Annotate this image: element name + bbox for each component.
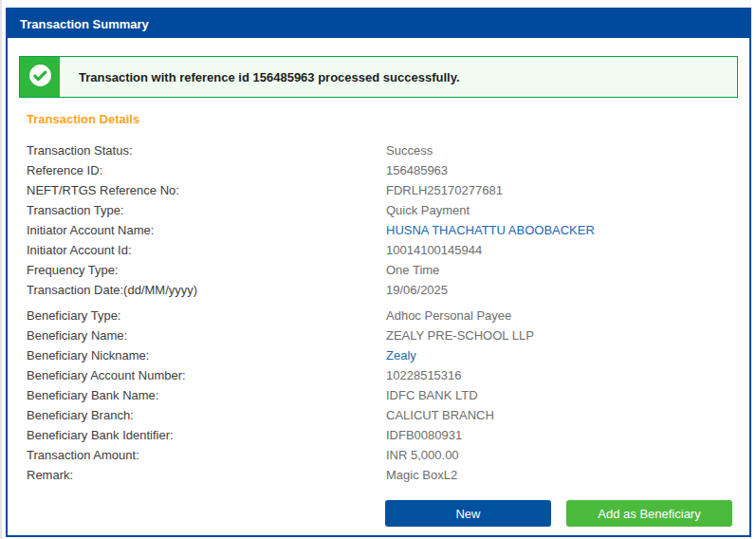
action-buttons: New Add as Beneficiary: [385, 500, 732, 527]
details-list: Transaction Status: Success Reference ID…: [27, 140, 749, 485]
detail-label: Remark:: [27, 468, 386, 482]
detail-label: Transaction Amount:: [27, 448, 386, 462]
detail-value: INR 5,000.00: [386, 448, 459, 462]
detail-value: 156485963: [386, 163, 448, 177]
detail-value: FDRLH25170277681: [386, 183, 503, 197]
row-beneficiary-branch: Beneficiary Branch: CALICUT BRANCH: [27, 405, 749, 425]
detail-label: Beneficiary Name:: [27, 328, 386, 343]
page-title: Transaction Summary: [20, 17, 149, 31]
detail-value: Success: [386, 143, 433, 158]
row-transaction-amount: Transaction Amount: INR 5,000.00: [27, 445, 749, 465]
detail-value: 10014100145944: [386, 243, 482, 257]
row-beneficiary-bank-name: Beneficiary Bank Name: IDFC BANK LTD: [27, 385, 749, 405]
detail-label: Frequency Type:: [27, 263, 386, 277]
detail-value: Quick Payment: [386, 203, 470, 217]
transaction-summary-panel: Transaction Summary Transaction with ref…: [6, 8, 751, 537]
row-frequency-type: Frequency Type: One Time: [27, 260, 749, 280]
success-alert: Transaction with reference id 156485963 …: [19, 56, 738, 98]
detail-value: One Time: [386, 263, 439, 277]
detail-value: Adhoc Personal Payee: [386, 308, 511, 323]
row-beneficiary-type: Beneficiary Type: Adhoc Personal Payee: [27, 306, 749, 325]
detail-label: Transaction Date:(dd/MM/yyyy): [27, 283, 386, 297]
detail-label: NEFT/RTGS Reference No:: [27, 183, 386, 197]
row-remark: Remark: Magic BoxL2: [27, 465, 749, 485]
detail-label: Initiator Account Id:: [27, 243, 386, 257]
success-icon-block: [20, 57, 60, 97]
detail-value: 10228515316: [386, 368, 462, 382]
row-beneficiary-account-number: Beneficiary Account Number: 10228515316: [27, 365, 749, 385]
detail-value: 19/06/2025: [386, 283, 448, 297]
new-button[interactable]: New: [385, 500, 551, 527]
row-beneficiary-name: Beneficiary Name: ZEALY PRE-SCHOOL LLP: [27, 325, 749, 345]
section-heading-transaction-details: Transaction Details: [27, 112, 749, 127]
detail-value: IDFC BANK LTD: [386, 388, 478, 402]
detail-label: Beneficiary Bank Identifier:: [27, 428, 386, 442]
detail-label: Transaction Status:: [27, 143, 386, 158]
detail-value: ZEALY PRE-SCHOOL LLP: [386, 328, 534, 343]
check-circle-icon: [28, 64, 52, 91]
detail-label: Beneficiary Account Number:: [27, 368, 386, 382]
row-neft-rtgs-reference-no: NEFT/RTGS Reference No: FDRLH25170277681: [27, 180, 749, 200]
detail-label: Initiator Account Name:: [27, 223, 386, 237]
success-message: Transaction with reference id 156485963 …: [60, 57, 737, 97]
row-reference-id: Reference ID: 156485963: [27, 160, 749, 180]
detail-value: Magic BoxL2: [386, 468, 457, 482]
detail-value: IDFB0080931: [386, 428, 462, 442]
row-initiator-account-name: Initiator Account Name: HUSNA THACHATTU …: [27, 220, 749, 240]
row-beneficiary-nickname: Beneficiary Nickname: Zealy: [27, 345, 749, 365]
viewport-edge-divider: [0, 0, 2, 539]
add-as-beneficiary-button[interactable]: Add as Beneficiary: [566, 500, 732, 527]
detail-label: Beneficiary Branch:: [27, 408, 386, 422]
detail-label: Beneficiary Bank Name:: [27, 388, 386, 402]
detail-label: Transaction Type:: [27, 203, 386, 217]
initiator-account-name-link[interactable]: HUSNA THACHATTU ABOOBACKER: [386, 223, 595, 237]
row-transaction-status: Transaction Status: Success: [27, 140, 749, 160]
detail-label: Beneficiary Type:: [27, 308, 386, 323]
row-transaction-date: Transaction Date:(dd/MM/yyyy) 19/06/2025: [27, 280, 749, 300]
beneficiary-nickname-link[interactable]: Zealy: [386, 348, 416, 362]
detail-value: CALICUT BRANCH: [386, 408, 494, 422]
beneficiary-group: Beneficiary Type: Adhoc Personal Payee B…: [27, 306, 749, 485]
detail-label: Beneficiary Nickname:: [27, 348, 386, 362]
row-initiator-account-id: Initiator Account Id: 10014100145944: [27, 240, 749, 260]
row-beneficiary-bank-identifier: Beneficiary Bank Identifier: IDFB0080931: [27, 425, 749, 445]
row-transaction-type: Transaction Type: Quick Payment: [27, 200, 749, 220]
panel-header: Transaction Summary: [8, 9, 749, 38]
detail-label: Reference ID:: [27, 163, 386, 177]
